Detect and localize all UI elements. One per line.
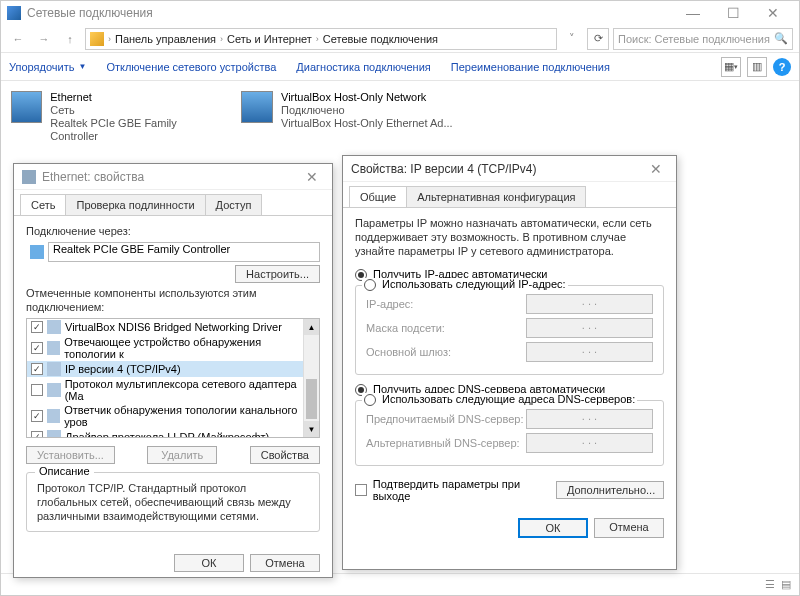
ipv4-properties-dialog: Свойства: IP версии 4 (TCP/IPv4) ✕ Общие… — [342, 155, 677, 570]
breadcrumb[interactable]: › Панель управления › Сеть и Интернет › … — [85, 28, 557, 50]
dns1-input: . . . — [526, 409, 653, 429]
connection-virtualbox[interactable]: VirtualBox Host-Only Network Подключено … — [237, 87, 487, 147]
uninstall-button[interactable]: Удалить — [147, 446, 217, 464]
view-details-icon[interactable]: ▤ — [781, 578, 791, 591]
properties-button[interactable]: Свойства — [250, 446, 320, 464]
window-title: Сетевые подключения — [27, 6, 673, 20]
scroll-thumb[interactable] — [306, 379, 317, 419]
help-button[interactable]: ? — [773, 58, 791, 76]
address-bar: ← → ↑ › Панель управления › Сеть и Интер… — [1, 25, 799, 53]
cancel-button[interactable]: Отмена — [594, 518, 664, 538]
configure-button[interactable]: Настроить... — [235, 265, 320, 283]
validate-checkbox[interactable] — [355, 484, 367, 496]
close-button[interactable]: ✕ — [753, 1, 793, 25]
refresh-button[interactable]: ⟳ — [587, 28, 609, 50]
adapter-icon — [241, 91, 273, 123]
gateway-input: . . . — [526, 342, 653, 362]
ethernet-properties-dialog: Ethernet: свойства ✕ Сеть Проверка подли… — [13, 163, 333, 578]
dialog-titlebar: Свойства: IP версии 4 (TCP/IPv4) ✕ — [343, 156, 676, 182]
ip-manual-group: Использовать следующий IP-адрес: IP-адре… — [355, 285, 664, 375]
close-button[interactable]: ✕ — [300, 169, 324, 185]
connection-ethernet[interactable]: Ethernet Сеть Realtek PCIe GBE Family Co… — [7, 87, 227, 147]
search-input[interactable]: Поиск: Сетевые подключения 🔍 — [613, 28, 793, 50]
diagnose-button[interactable]: Диагностика подключения — [296, 61, 430, 73]
dns-manual-group: Использовать следующие адреса DNS-сервер… — [355, 400, 664, 466]
maximize-button[interactable]: ☐ — [713, 1, 753, 25]
ethernet-icon — [22, 170, 36, 184]
adapter-name: Realtek PCIe GBE Family Controller — [48, 242, 320, 262]
scrollbar[interactable]: ▲ ▼ — [303, 319, 319, 437]
install-button[interactable]: Установить... — [26, 446, 115, 464]
description-group: Описание Протокол TCP/IP. Стандартный пр… — [26, 472, 320, 532]
tabs: Сеть Проверка подлинности Доступ — [14, 190, 332, 216]
network-icon — [7, 6, 21, 20]
folder-icon — [90, 32, 104, 46]
up-button[interactable]: ↑ — [59, 28, 81, 50]
ok-button[interactable]: ОК — [174, 554, 244, 572]
tabs: Общие Альтернативная конфигурация — [343, 182, 676, 208]
adapter-icon — [30, 245, 44, 259]
connect-through-label: Подключение через: — [26, 224, 320, 238]
titlebar: Сетевые подключения — ☐ ✕ — [1, 1, 799, 25]
forward-button[interactable]: → — [33, 28, 55, 50]
view-list-icon[interactable]: ☰ — [765, 578, 775, 591]
search-icon: 🔍 — [774, 32, 788, 45]
components-label: Отмеченные компоненты используются этим … — [26, 286, 320, 314]
advanced-button[interactable]: Дополнительно... — [556, 481, 664, 499]
organize-menu[interactable]: Упорядочить ▼ — [9, 61, 86, 73]
tab-general[interactable]: Общие — [349, 186, 407, 207]
ipv4-item: ✓IP версии 4 (TCP/IPv4) — [27, 361, 319, 377]
scroll-up[interactable]: ▲ — [304, 319, 319, 335]
command-bar: Упорядочить ▼ Отключение сетевого устрой… — [1, 53, 799, 81]
history-dropdown[interactable]: ˅ — [561, 28, 583, 50]
tab-auth[interactable]: Проверка подлинности — [65, 194, 205, 215]
scroll-down[interactable]: ▼ — [304, 421, 319, 437]
preview-pane-button[interactable]: ▥ — [747, 57, 767, 77]
adapter-icon — [11, 91, 42, 123]
view-options-button[interactable]: ▦▾ — [721, 57, 741, 77]
tab-network[interactable]: Сеть — [20, 194, 66, 215]
minimize-button[interactable]: — — [673, 1, 713, 25]
intro-text: Параметры IP можно назначать автоматичес… — [355, 216, 664, 258]
ip-input: . . . — [526, 294, 653, 314]
disable-device-button[interactable]: Отключение сетевого устройства — [106, 61, 276, 73]
components-list[interactable]: ✓VirtualBox NDIS6 Bridged Networking Dri… — [26, 318, 320, 438]
tab-access[interactable]: Доступ — [205, 194, 263, 215]
back-button[interactable]: ← — [7, 28, 29, 50]
rename-button[interactable]: Переименование подключения — [451, 61, 610, 73]
content-area: Ethernet Сеть Realtek PCIe GBE Family Co… — [1, 81, 799, 153]
cancel-button[interactable]: Отмена — [250, 554, 320, 572]
ip-manual-radio[interactable]: Использовать следующий IP-адрес: — [362, 278, 568, 291]
close-button[interactable]: ✕ — [644, 161, 668, 177]
tab-alternate[interactable]: Альтернативная конфигурация — [406, 186, 586, 207]
dns-manual-radio[interactable]: Использовать следующие адреса DNS-сервер… — [362, 393, 637, 406]
ok-button[interactable]: ОК — [518, 518, 588, 538]
mask-input: . . . — [526, 318, 653, 338]
dns2-input: . . . — [526, 433, 653, 453]
dialog-titlebar: Ethernet: свойства ✕ — [14, 164, 332, 190]
